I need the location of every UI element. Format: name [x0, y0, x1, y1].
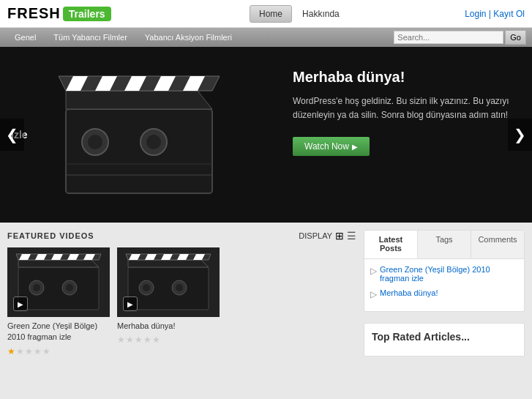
nav-home[interactable]: Home [250, 5, 292, 23]
list-item[interactable]: ▷ Green Zone (Yeşil Bölge) 2010 fragman … [370, 265, 518, 283]
tab-tags[interactable]: Tags [418, 231, 471, 258]
star-rating: ★ ★ ★ ★ ★ [7, 346, 110, 357]
list-view-icon[interactable]: ☰ [347, 230, 356, 242]
video-thumbnail[interactable]: ▶ [117, 247, 220, 317]
search-area: Go [394, 30, 526, 45]
svg-marker-15 [18, 260, 99, 267]
hero-next-button[interactable]: ❯ [508, 119, 532, 151]
nav-hakkinda[interactable]: Hakkında [293, 6, 348, 22]
video-card: ▶ Merhaba dünya! ★ ★ ★ ★ ★ [117, 247, 220, 357]
svg-point-11 [146, 135, 161, 149]
logo-fresh: FRESH [7, 5, 61, 22]
clapperboard-image [51, 69, 227, 201]
star-1: ★ [7, 346, 15, 357]
featured-title: FEATURED VIDEOS [7, 231, 94, 240]
star-3: ★ [135, 335, 143, 345]
search-button[interactable]: Go [505, 30, 526, 45]
star-5: ★ [42, 346, 50, 357]
video-title: Merhaba dünya! [117, 321, 220, 332]
arrow-icon: ▷ [370, 266, 377, 276]
top-nav: Home Hakkında [133, 5, 465, 23]
tabs-header: Latest Posts Tags Comments [364, 231, 524, 259]
svg-marker-27 [128, 260, 209, 267]
list-item[interactable]: ▷ Merhaba dünya! [370, 288, 518, 299]
nav-yabanci-filmler[interactable]: Tüm Yabancı Filmler [45, 30, 135, 45]
display-options: DISPLAY ⊞ ☰ [299, 230, 356, 242]
logo-trailers: Trailers [63, 7, 111, 21]
star-1: ★ [117, 335, 125, 345]
featured-header: FEATURED VIDEOS DISPLAY ⊞ ☰ [7, 230, 356, 242]
star-2: ★ [126, 335, 134, 345]
top-rated-title: Top Rated Articles... [372, 331, 517, 343]
nav-aksiyon[interactable]: Yabancı Aksiyon Filmleri [136, 30, 241, 45]
hero-title: Merhaba dünya! [293, 69, 517, 86]
featured-section: FEATURED VIDEOS DISPLAY ⊞ ☰ [7, 230, 356, 357]
star-4: ★ [34, 346, 42, 357]
play-icon[interactable]: ▶ [123, 297, 138, 311]
tabs-content: ▷ Green Zone (Yeşil Bölge) 2010 fragman … [364, 259, 524, 311]
display-label: DISPLAY [299, 231, 332, 240]
watch-now-button[interactable]: Watch Now [293, 137, 370, 156]
header: FRESH Trailers Home Hakkında Login | Kay… [0, 0, 532, 28]
star-3: ★ [25, 346, 33, 357]
header-auth-links[interactable]: Login | Kayıt Ol [465, 9, 525, 19]
play-icon[interactable]: ▶ [13, 297, 28, 311]
nav-genel[interactable]: Genel [6, 30, 45, 45]
navbar: Genel Tüm Yabancı Filmler Yabancı Aksiyo… [0, 28, 532, 47]
post-title: Green Zone (Yeşil Bölge) 2010 fragman iz… [380, 265, 518, 283]
logo: FRESH Trailers [7, 5, 111, 22]
svg-point-23 [33, 284, 40, 291]
hero-prev-button[interactable]: ❮ [0, 119, 24, 151]
grid-view-icon[interactable]: ⊞ [335, 230, 344, 242]
search-input[interactable] [394, 31, 503, 44]
tab-latest-posts[interactable]: Latest Posts [364, 231, 418, 258]
video-thumbnail[interactable]: ▶ [7, 247, 110, 317]
sidebar-tabs: Latest Posts Tags Comments ▷ Green Zone … [364, 230, 525, 312]
mini-clapperboard [15, 251, 102, 313]
hero-image [0, 47, 278, 223]
star-5: ★ [152, 335, 160, 345]
videos-grid: ▶ Green Zone (Yeşil Bölge) 2010 fragman … [7, 247, 356, 357]
hero-slider: izle ❮ [0, 47, 532, 223]
video-card: ▶ Green Zone (Yeşil Bölge) 2010 fragman … [7, 247, 110, 357]
star-2: ★ [16, 346, 24, 357]
main-content: FEATURED VIDEOS DISPLAY ⊞ ☰ [0, 223, 532, 364]
sidebar: Latest Posts Tags Comments ▷ Green Zone … [364, 230, 525, 357]
svg-marker-1 [66, 91, 212, 109]
post-title: Merhaba dünya! [380, 288, 438, 297]
arrow-icon: ▷ [370, 289, 377, 299]
tab-comments[interactable]: Comments [471, 231, 524, 258]
video-title: Green Zone (Yeşil Bölge) 2010 fragman iz… [7, 321, 110, 343]
star-4: ★ [143, 335, 151, 345]
svg-point-35 [143, 284, 150, 291]
svg-point-25 [66, 284, 73, 291]
top-rated-section: Top Rated Articles... [364, 323, 525, 357]
hero-text: Merhaba dünya! WordPress'e hoş geldiniz.… [278, 47, 532, 223]
star-rating: ★ ★ ★ ★ ★ [117, 335, 220, 345]
mini-clapperboard-2 [124, 251, 212, 313]
svg-point-9 [88, 135, 102, 149]
hero-content: Merhaba dünya! WordPress'e hoş geldiniz.… [0, 47, 532, 223]
svg-point-37 [176, 284, 183, 291]
hero-description: WordPress'e hoş geldiniz. Bu sizin ilk y… [293, 94, 517, 122]
